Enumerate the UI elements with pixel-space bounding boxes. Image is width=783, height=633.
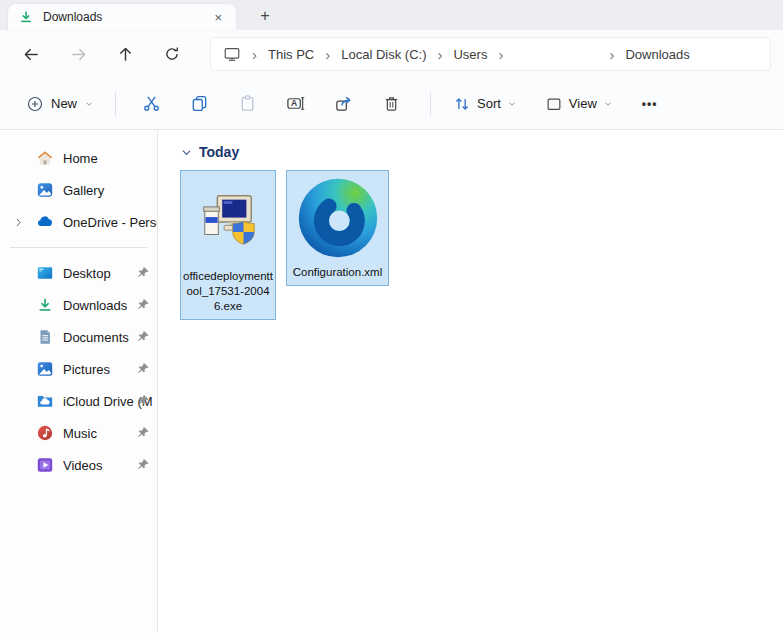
rename-button[interactable]: A: [273, 86, 317, 122]
breadcrumb-separator: ›: [243, 46, 266, 63]
sidebar-item-documents[interactable]: Documents: [0, 321, 157, 353]
paste-button[interactable]: [225, 86, 269, 122]
file-tile-configuration-xml[interactable]: Configuration.xml: [286, 170, 389, 286]
close-icon[interactable]: ×: [210, 10, 226, 25]
sidebar-item-icloud-drive[interactable]: iCloud Drive (M: [0, 385, 157, 417]
copy-button[interactable]: [177, 86, 221, 122]
sort-icon: [453, 95, 471, 113]
file-tile-officedeploymenttool[interactable]: officedeploymenttool_17531-20046.exe: [180, 170, 276, 320]
chevron-down-icon: [603, 99, 613, 109]
file-list-area: Today: [158, 130, 783, 633]
sidebar-item-onedrive[interactable]: OneDrive - Persona: [0, 206, 157, 238]
group-header-today[interactable]: Today: [180, 144, 783, 160]
gallery-icon: [36, 181, 54, 199]
sidebar-item-videos[interactable]: Videos: [0, 449, 157, 481]
toolbar-divider: [115, 92, 116, 116]
pin-icon: [136, 362, 150, 376]
breadcrumb-separator: ›: [489, 46, 512, 63]
chevron-right-icon[interactable]: [12, 215, 25, 233]
onedrive-icon: [36, 213, 54, 231]
breadcrumb-this-pc[interactable]: This PC: [266, 47, 316, 62]
breadcrumb-local-disk[interactable]: Local Disk (C:): [339, 47, 428, 62]
file-name: officedeploymenttool_17531-20046.exe: [181, 269, 275, 319]
breadcrumb-separator: ›: [316, 46, 339, 63]
pin-icon: [136, 266, 150, 280]
sidebar-separator: [10, 247, 147, 248]
documents-icon: [36, 328, 54, 346]
pin-icon: [136, 298, 150, 312]
sidebar-item-gallery[interactable]: Gallery: [0, 174, 157, 206]
navigation-pane: Home Gallery OneDrive - Persona: [0, 130, 158, 633]
up-button[interactable]: [108, 37, 142, 71]
view-icon: [545, 95, 563, 113]
new-button[interactable]: New: [18, 89, 102, 119]
this-pc-monitor-icon: [223, 45, 241, 63]
sidebar-item-desktop[interactable]: Desktop: [0, 257, 157, 289]
toolbar-divider: [430, 92, 431, 116]
pin-icon: [136, 394, 150, 408]
pin-icon: [136, 458, 150, 472]
videos-icon: [36, 456, 54, 474]
sidebar-item-pictures[interactable]: Pictures: [0, 353, 157, 385]
chevron-down-icon: [84, 99, 94, 109]
icloud-drive-icon: [36, 392, 54, 410]
sidebar-item-label: Gallery: [63, 183, 157, 198]
new-tab-button[interactable]: +: [252, 4, 278, 28]
plus-circle-icon: [26, 95, 44, 113]
sort-button-label: Sort: [477, 96, 501, 111]
file-name: Configuration.xml: [291, 265, 384, 285]
breadcrumb-separator: ›: [600, 46, 623, 63]
music-icon: [36, 424, 54, 442]
view-button-label: View: [569, 96, 597, 111]
trash-icon: [382, 94, 401, 113]
desktop-icon: [36, 264, 54, 282]
scissors-icon: [142, 94, 161, 113]
home-icon: [36, 149, 54, 167]
sidebar-item-label: OneDrive - Persona: [63, 215, 157, 230]
back-button[interactable]: [14, 37, 48, 71]
sidebar-item-label: Home: [63, 151, 157, 166]
cut-button[interactable]: [129, 86, 173, 122]
copy-icon: [190, 94, 209, 113]
command-toolbar: New A Sort View: [0, 78, 783, 130]
refresh-icon: [163, 45, 181, 63]
tab-downloads[interactable]: Downloads ×: [8, 4, 236, 30]
file-grid: officedeploymenttool_17531-20046.exe: [180, 170, 783, 320]
group-label: Today: [199, 144, 239, 160]
tab-label: Downloads: [43, 10, 210, 24]
sidebar-item-music[interactable]: Music: [0, 417, 157, 449]
share-icon: [334, 94, 353, 113]
breadcrumb-users[interactable]: Users: [451, 47, 489, 62]
rename-icon: A: [286, 94, 305, 113]
chevron-down-icon: [507, 99, 517, 109]
forward-arrow-icon: [69, 45, 88, 64]
downloads-icon: [36, 296, 54, 314]
file-explorer-window: Downloads × + › This PC › Local Disk (C:…: [0, 0, 783, 633]
pictures-icon: [36, 360, 54, 378]
breadcrumb-downloads[interactable]: Downloads: [623, 47, 691, 62]
share-button[interactable]: [321, 86, 365, 122]
sidebar-item-home[interactable]: Home: [0, 142, 157, 174]
explorer-body: Home Gallery OneDrive - Persona: [0, 130, 783, 633]
breadcrumb-separator: ›: [428, 46, 451, 63]
up-arrow-icon: [116, 45, 135, 64]
pin-icon: [136, 426, 150, 440]
address-bar[interactable]: › This PC › Local Disk (C:) › Users › › …: [210, 37, 771, 71]
svg-text:A: A: [290, 98, 296, 108]
sidebar-item-downloads[interactable]: Downloads: [0, 289, 157, 321]
navigation-bar: › This PC › Local Disk (C:) › Users › › …: [0, 30, 783, 78]
delete-button[interactable]: [369, 86, 413, 122]
download-icon: [18, 9, 34, 25]
edge-browser-icon: [294, 171, 382, 265]
chevron-down-icon: [180, 146, 193, 159]
forward-button[interactable]: [61, 37, 95, 71]
installer-exe-icon: [197, 171, 259, 269]
refresh-button[interactable]: [155, 37, 189, 71]
view-button[interactable]: View: [536, 89, 622, 119]
see-more-button[interactable]: •••: [632, 91, 668, 117]
paste-icon: [238, 94, 257, 113]
tab-bar: Downloads × +: [0, 0, 783, 30]
back-arrow-icon: [22, 45, 41, 64]
sort-button[interactable]: Sort: [444, 89, 526, 119]
new-button-label: New: [51, 96, 77, 111]
